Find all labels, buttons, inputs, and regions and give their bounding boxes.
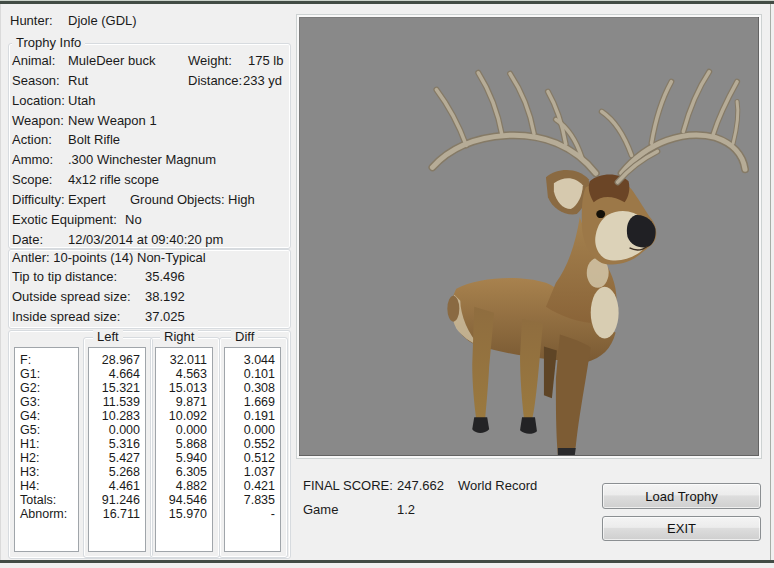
inside-spread-label: Inside spread size: <box>12 309 120 325</box>
measure-cell-right: 6.305 <box>156 465 212 479</box>
measure-cell-diff: - <box>225 507 280 521</box>
measure-labels-listbox: F:G1:G2:G3:G4:G5:H1:H2:H3:H4:Totals:Abno… <box>14 347 79 552</box>
measure-cell-right: 15.970 <box>156 507 212 521</box>
measure-cell-diff: 0.552 <box>225 437 280 451</box>
measure-cell-left: 11.539 <box>89 395 145 409</box>
animal-label: Animal: <box>12 53 55 69</box>
measure-right-listbox: 32.0114.56315.0139.87110.0920.0005.8685.… <box>155 347 213 552</box>
measure-cell-label: G1: <box>15 367 78 381</box>
measure-cell-label: Totals: <box>15 493 78 507</box>
measure-cell-left: 5.427 <box>89 451 145 465</box>
column-header-right: Right <box>160 330 198 344</box>
weight-label: Weight: <box>188 53 232 69</box>
exotic-equipment-label: Exotic Equipment: <box>12 212 117 228</box>
date-value: 12/03/2014 at 09:40:20 pm <box>68 232 223 248</box>
window-border-bottom <box>0 560 774 563</box>
measure-cell-right: 32.011 <box>156 353 212 367</box>
measure-cell-right: 15.013 <box>156 381 212 395</box>
distance-value: 233 yd <box>243 73 282 89</box>
season-value: Rut <box>68 73 88 89</box>
scope-label: Scope: <box>12 172 52 188</box>
measure-cell-right: 5.868 <box>156 437 212 451</box>
outside-spread-label: Outside spread size: <box>12 289 131 305</box>
measure-cell-label: H1: <box>15 437 78 451</box>
animal-value: MuleDeer buck <box>68 53 155 69</box>
scope-value: 4x12 rifle scope <box>68 172 159 188</box>
measure-cell-right: 94.546 <box>156 493 212 507</box>
measure-cell-left: 28.967 <box>89 353 145 367</box>
measure-cell-left: 91.246 <box>89 493 145 507</box>
mule-deer-render <box>299 17 759 456</box>
measure-cell-right: 9.871 <box>156 395 212 409</box>
measure-cell-label: Abnorm: <box>15 507 78 521</box>
outside-spread-value: 38.192 <box>145 289 185 305</box>
measure-cell-diff: 0.512 <box>225 451 280 465</box>
column-header-left: Left <box>93 330 123 344</box>
measure-cell-left: 0.000 <box>89 423 145 437</box>
measure-cell-right: 4.882 <box>156 479 212 493</box>
measure-cell-diff: 0.191 <box>225 409 280 423</box>
game-version-value: 1.2 <box>397 502 415 518</box>
ground-objects-label: Ground Objects: <box>130 192 225 208</box>
measure-cell-left: 16.711 <box>89 507 145 521</box>
window-border-right <box>770 4 771 560</box>
location-value: Utah <box>68 93 95 109</box>
measure-cell-label: H4: <box>15 479 78 493</box>
measure-cell-left: 5.316 <box>89 437 145 451</box>
game-version-label: Game <box>303 502 338 518</box>
ammo-value: .300 Winchester Magnum <box>68 152 216 168</box>
measure-cell-right: 5.940 <box>156 451 212 465</box>
distance-label: Distance: <box>188 73 242 89</box>
hunter-label: Hunter: <box>10 13 53 29</box>
weight-value: 175 lb <box>248 53 283 69</box>
measure-cell-left: 5.268 <box>89 465 145 479</box>
measure-cell-diff: 0.000 <box>225 423 280 437</box>
trophy-dialog-window: Hunter: Djole (GDL) Trophy Info Animal: … <box>0 0 774 568</box>
measure-cell-label: G5: <box>15 423 78 437</box>
measure-left-listbox: 28.9674.66415.32111.53910.2830.0005.3165… <box>88 347 146 552</box>
measure-diff-listbox: 3.0440.1010.3081.6690.1910.0000.5520.512… <box>224 347 281 552</box>
measure-cell-left: 10.283 <box>89 409 145 423</box>
exotic-equipment-value: No <box>125 212 142 228</box>
measure-cell-diff: 1.669 <box>225 395 280 409</box>
measure-cell-right: 4.563 <box>156 367 212 381</box>
measure-cell-label: G3: <box>15 395 78 409</box>
measure-cell-left: 15.321 <box>89 381 145 395</box>
measure-cell-diff: 0.308 <box>225 381 280 395</box>
measure-cell-label: F: <box>15 353 78 367</box>
measure-cell-right: 10.092 <box>156 409 212 423</box>
action-label: Action: <box>12 132 52 148</box>
exit-button[interactable]: EXIT <box>602 516 761 541</box>
viewport-render-area <box>299 17 759 456</box>
inside-spread-value: 37.025 <box>145 309 185 325</box>
final-score-label: FINAL SCORE: <box>303 478 393 494</box>
measure-cell-label: H3: <box>15 465 78 479</box>
difficulty-value: Expert <box>68 192 106 208</box>
final-score-value: 247.662 <box>397 478 444 494</box>
tip-to-tip-label: Tip to tip distance: <box>12 269 117 285</box>
action-value: Bolt Rifle <box>68 132 120 148</box>
world-record-badge: World Record <box>458 478 537 494</box>
measure-cell-right: 0.000 <box>156 423 212 437</box>
measure-cell-left: 4.664 <box>89 367 145 381</box>
trophy-3d-viewport <box>296 14 762 459</box>
measure-cell-label: G4: <box>15 409 78 423</box>
date-label: Date: <box>12 232 43 248</box>
ammo-label: Ammo: <box>12 152 53 168</box>
antler-summary: Antler: 10-points (14) Non-Typical <box>12 250 206 266</box>
season-label: Season: <box>12 73 60 89</box>
difficulty-label: Difficulty: <box>12 192 65 208</box>
window-border-top <box>0 1 774 4</box>
ground-objects-value: High <box>228 192 255 208</box>
measure-cell-label: G2: <box>15 381 78 395</box>
measure-cell-diff: 7.835 <box>225 493 280 507</box>
column-header-diff: Diff <box>231 330 258 344</box>
tip-to-tip-value: 35.496 <box>145 269 185 285</box>
weapon-label: Weapon: <box>12 113 64 129</box>
window-border-left <box>0 4 1 560</box>
measure-cell-diff: 0.101 <box>225 367 280 381</box>
weapon-value: New Weapon 1 <box>68 113 157 129</box>
trophy-info-group-title: Trophy Info <box>12 36 85 50</box>
load-trophy-button[interactable]: Load Trophy <box>602 483 761 509</box>
measure-cell-diff: 1.037 <box>225 465 280 479</box>
